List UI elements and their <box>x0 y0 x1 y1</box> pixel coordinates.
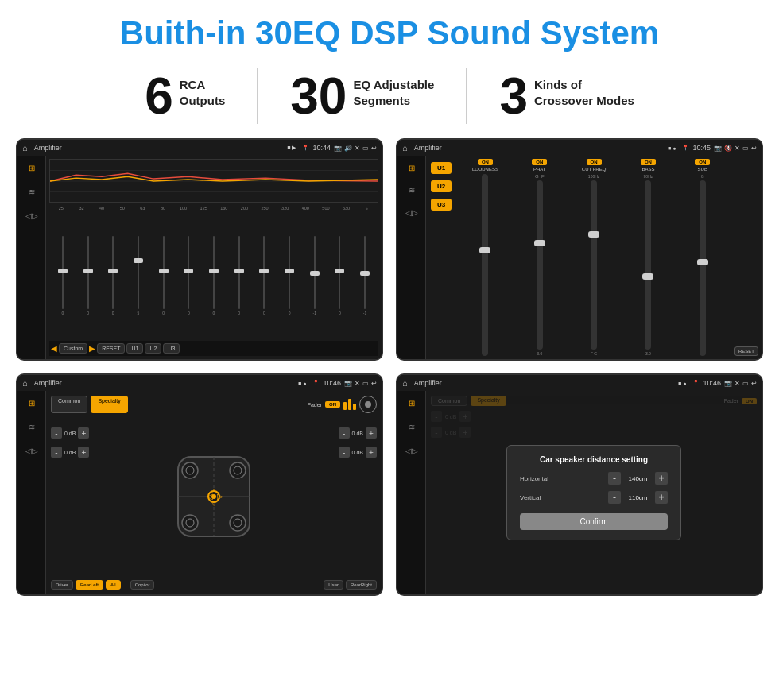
db-plus-tl[interactable]: + <box>78 427 89 439</box>
eq-slider-0[interactable]: 0 <box>51 236 75 315</box>
eq-icon-2[interactable]: ≋ <box>23 184 41 199</box>
eq-u1-btn[interactable]: U1 <box>126 343 143 354</box>
cross-main: Common Specialty Fader ON <box>46 391 382 594</box>
status-bar-1: ⌂ Amplifier ■ ▶ 📍 10:44 📷 🔊 ✕ ▭ ↩ <box>17 140 382 156</box>
db-control-tr: - 0 dB + <box>339 427 377 439</box>
eq-graph <box>49 159 378 203</box>
horizontal-label: Horizontal <box>520 475 608 482</box>
db-control-bl: - 0 dB + <box>51 447 89 458</box>
home-icon-2: ⌂ <box>402 143 408 153</box>
status-bar-4: ⌂ Amplifier ■ ● 📍 10:46 📷 ✕ ▭ ↩ <box>397 375 762 391</box>
cross-icon-3[interactable]: ◁▷ <box>23 443 41 458</box>
eq-next-btn[interactable]: ▶ <box>89 344 95 353</box>
cross-content: ⊞ ≋ ◁▷ Common Specialty Fader ON <box>17 391 382 594</box>
db-minus-tl[interactable]: - <box>51 427 62 439</box>
cross-tab-specialty[interactable]: Specialty <box>91 396 127 413</box>
channel-bass: ON BASS 90Hz 3.0 <box>622 159 673 356</box>
eq-reset-btn[interactable]: RESET <box>97 343 125 354</box>
svg-point-8 <box>230 462 246 478</box>
channel-phat: ON PHAT G F 3.0 <box>514 159 565 356</box>
vertical-plus[interactable]: + <box>655 491 668 504</box>
db-minus-br[interactable]: - <box>339 447 350 458</box>
cross-icon-1[interactable]: ⊞ <box>23 396 41 410</box>
rearright-btn[interactable]: RearRight <box>346 580 377 590</box>
stat-eq: 30 EQ Adjustable Segments <box>258 71 466 122</box>
fader-knob[interactable] <box>359 396 377 413</box>
amp2-channels: ON LOUDNESS ON PHAT G F 3.0 ON <box>456 156 731 359</box>
cutfreq-toggle[interactable]: ON <box>587 159 602 165</box>
vertical-minus[interactable]: - <box>608 491 621 504</box>
screen-eq: ⌂ Amplifier ■ ▶ 📍 10:44 📷 🔊 ✕ ▭ ↩ ⊞ ≋ ◁▷ <box>16 138 383 361</box>
amp2-icon-2[interactable]: ≋ <box>403 183 421 197</box>
channel-sub: ON SUB G <box>677 159 728 356</box>
user-btn[interactable]: User <box>324 580 343 590</box>
eq-icon-1[interactable]: ⊞ <box>23 160 41 175</box>
eq-icon-3[interactable]: ◁▷ <box>23 208 41 222</box>
svg-point-12 <box>230 515 246 531</box>
cutfreq-slider[interactable] <box>591 180 597 350</box>
screen1-title: Amplifier <box>34 144 285 152</box>
eq-custom-btn[interactable]: Custom <box>59 343 87 354</box>
db-plus-br[interactable]: + <box>366 447 377 458</box>
eq-u2-btn[interactable]: U2 <box>145 343 161 354</box>
u3-button[interactable]: U3 <box>431 199 452 211</box>
eq-u3-btn[interactable]: U3 <box>163 343 180 354</box>
eq-screen-content: ⊞ ≋ ◁▷ <box>17 156 382 359</box>
cross-bottom-labels: Driver RearLeft All Copilot User RearRig… <box>51 580 377 590</box>
stat-label-eq-2: Segments <box>353 93 434 109</box>
car-area: - 0 dB + - 0 dB + <box>51 420 377 577</box>
screen4-time: 10:46 <box>703 379 721 387</box>
cutfreq-label: CUT FREQ <box>582 167 607 172</box>
cross-icon-2[interactable]: ≋ <box>23 420 41 434</box>
dialog-icon-2[interactable]: ≋ <box>403 420 421 434</box>
copilot-btn[interactable]: Copilot <box>130 580 155 590</box>
status-bar-2: ⌂ Amplifier ■ ● 📍 10:45 📷 🔇 ✕ ▭ ↩ <box>397 140 762 156</box>
horizontal-control: - 140cm + <box>608 472 668 485</box>
amp2-icon-3[interactable]: ◁▷ <box>403 205 421 219</box>
dialog-icon-3[interactable]: ◁▷ <box>403 443 421 458</box>
speaker-distance-dialog: Car speaker distance setting Horizontal … <box>506 445 681 540</box>
bass-toggle[interactable]: ON <box>641 159 656 165</box>
bass-slider[interactable] <box>645 180 651 350</box>
u1-button[interactable]: U1 <box>431 162 452 174</box>
eq-sidebar: ⊞ ≋ ◁▷ <box>17 156 46 359</box>
db-plus-tr[interactable]: + <box>366 427 377 439</box>
phat-toggle[interactable]: ON <box>532 159 547 165</box>
eq-prev-btn[interactable]: ◀ <box>51 344 57 353</box>
sub-label: SUB <box>698 167 707 172</box>
fader-toggle[interactable]: ON <box>325 401 340 408</box>
dialog-icon-1[interactable]: ⊞ <box>403 396 421 410</box>
db-minus-bl[interactable]: - <box>51 447 62 458</box>
screen3-title: Amplifier <box>34 379 295 387</box>
screen2-title: Amplifier <box>414 144 665 152</box>
db-plus-bl[interactable]: + <box>78 447 89 458</box>
cross-tab-common[interactable]: Common <box>51 396 87 413</box>
u2-button[interactable]: U2 <box>431 180 452 192</box>
horizontal-value: 140cm <box>624 475 652 482</box>
eq-main: 25 32 40 50 63 80 100 125 160 200 250 32… <box>46 156 382 359</box>
sub-toggle[interactable]: ON <box>695 159 710 165</box>
home-icon-3: ⌂ <box>22 378 28 388</box>
rearleft-btn[interactable]: RearLeft <box>76 580 103 590</box>
db-minus-tr[interactable]: - <box>339 427 350 439</box>
horizontal-plus[interactable]: + <box>655 472 668 485</box>
phat-slider[interactable] <box>537 180 543 350</box>
db-control-br: - 0 dB + <box>339 447 377 458</box>
horizontal-minus[interactable]: - <box>608 472 621 485</box>
channel-loudness: ON LOUDNESS <box>459 159 510 356</box>
driver-btn[interactable]: Driver <box>51 580 73 590</box>
sub-slider[interactable] <box>700 180 706 356</box>
vertical-value: 110cm <box>624 494 652 501</box>
home-icon-4: ⌂ <box>402 378 408 388</box>
amp2-icon-1[interactable]: ⊞ <box>403 160 421 175</box>
loudness-label: LOUDNESS <box>472 167 498 172</box>
eq-sliders: 0 0 0 5 0 <box>49 211 378 341</box>
loudness-slider[interactable] <box>482 174 488 356</box>
dialog-horizontal-row: Horizontal - 140cm + <box>520 472 668 485</box>
loudness-toggle[interactable]: ON <box>478 159 493 165</box>
all-btn[interactable]: All <box>106 580 121 590</box>
stat-label-rca-1: RCA <box>180 77 226 93</box>
confirm-button[interactable]: Confirm <box>520 513 668 530</box>
amp2-reset-btn[interactable]: RESET <box>734 346 758 356</box>
status-icons-3: 📷 ✕ ▭ ↩ <box>344 380 377 387</box>
